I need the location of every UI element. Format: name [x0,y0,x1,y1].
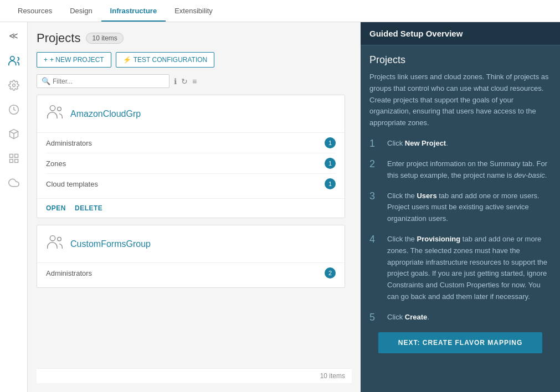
right-panel-description: Projects link users and cloud zones. Thi… [369,71,551,129]
sidebar-icon-chart[interactable] [4,148,24,168]
project-card-2: CustomFormsGroup Administrators 2 [37,225,345,288]
sidebar-icon-box[interactable] [4,124,24,144]
step-text-3: Click the Users tab and add one or more … [387,190,551,225]
templates-count-1: 1 [325,178,336,189]
page-title: Projects [37,31,80,45]
step-num-3: 3 [369,190,381,225]
svg-rect-4 [9,154,13,158]
new-project-button[interactable]: + + NEW PROJECT [37,52,111,68]
card-row-administrators-2: Administrators 2 [46,263,336,283]
card-row-templates-1: Cloud templates 1 [46,174,336,194]
filter-bar: 🔍 ℹ ↻ ≡ [37,74,352,88]
nav-extensibility[interactable]: Extensibility [166,1,222,22]
delete-link-1[interactable]: DELETE [75,204,102,212]
plus-icon: + [44,56,48,64]
sidebar-toggle[interactable]: ≪ [5,27,23,44]
sidebar-icon-gear[interactable] [4,75,24,95]
administrators-count-2: 2 [325,267,336,278]
page-header: Projects 10 items [37,31,352,45]
step-num-1: 1 [369,138,381,149]
search-icon: 🔍 [42,77,50,85]
project-icon-2 [46,233,64,255]
svg-point-1 [12,84,15,87]
toolbar: + + NEW PROJECT ⚡ TEST CONFIGURATION [37,52,352,68]
project-icon-1 [46,103,64,125]
step-2: 2 Enter project information on the Summa… [369,158,551,182]
card-header-1[interactable]: AmazonCloudGrp [37,95,345,132]
right-panel-section-title: Projects [369,54,551,66]
svg-point-10 [50,236,55,241]
filter-wrap: 🔍 [37,74,169,88]
zones-count-1: 1 [325,158,336,169]
card-row-administrators-1: Administrators 1 [46,133,336,153]
card-title-2: CustomFormsGroup [70,239,151,249]
main-layout: ≪ [0,22,560,392]
bottom-status: 10 items [37,368,352,383]
step-3: 3 Click the Users tab and add one or mor… [369,190,551,225]
info-icon[interactable]: ℹ [174,77,177,86]
step-4: 4 Click the Provisioning tab and add one… [369,234,551,303]
svg-rect-5 [14,154,18,158]
step-text-2: Enter project information on the Summary… [387,158,551,182]
step-text-5: Click Create. [387,312,429,323]
card-body-2: Administrators 2 [37,262,345,287]
svg-point-9 [58,107,61,111]
administrators-count-1: 1 [325,137,336,148]
step-num-2: 2 [369,158,381,182]
svg-rect-6 [9,159,13,163]
nav-design[interactable]: Design [61,1,101,22]
right-panel-header: Guided Setup Overview [361,22,560,45]
card-title-1: AmazonCloudGrp [70,109,141,119]
cards-container: AmazonCloudGrp Administrators 1 Zones 1 … [37,95,352,368]
bottom-items-count: 10 items [320,372,345,380]
filter-actions: ℹ ↻ ≡ [174,77,197,86]
open-link-1[interactable]: OPEN [46,204,66,212]
test-config-label: TEST CONFIGURATION [133,56,208,64]
guided-setup-title: Guided Setup Overview [369,29,463,38]
templates-label-1: Cloud templates [46,180,98,188]
sidebar-icon-cloud[interactable] [4,173,24,193]
step-num-5: 5 [369,312,381,323]
card-row-zones-1: Zones 1 [46,153,336,174]
top-nav: Resources Design Infrastructure Extensib… [0,0,560,22]
nav-resources[interactable]: Resources [9,1,61,22]
test-icon: ⚡ [123,56,131,64]
next-button[interactable]: NEXT: CREATE FLAVOR MAPPING [378,332,542,353]
refresh-icon[interactable]: ↻ [181,77,188,86]
svg-rect-7 [14,159,18,163]
step-text-1: Click New Project. [387,138,448,149]
svg-point-8 [50,106,55,111]
content-area: Projects 10 items + + NEW PROJECT ⚡ TEST… [28,22,361,392]
zones-label-1: Zones [46,159,66,168]
step-list: 1 Click New Project. 2 Enter project inf… [369,138,551,323]
nav-infrastructure[interactable]: Infrastructure [101,1,166,22]
card-header-2[interactable]: CustomFormsGroup [37,225,345,262]
card-body-1: Administrators 1 Zones 1 Cloud templates… [37,132,345,198]
project-card-1: AmazonCloudGrp Administrators 1 Zones 1 … [37,95,345,218]
step-text-4: Click the Provisioning tab and add one o… [387,234,551,303]
right-panel-body: Projects Projects link users and cloud z… [361,45,560,371]
sidebar: ≪ [0,22,28,392]
sidebar-icon-clock[interactable] [4,100,24,120]
administrators-label-2: Administrators [46,269,92,277]
items-badge: 10 items [86,33,123,44]
svg-point-0 [10,56,14,60]
sidebar-icon-users[interactable] [4,51,24,71]
step-1: 1 Click New Project. [369,138,551,149]
step-5: 5 Click Create. [369,312,551,323]
right-panel: Guided Setup Overview Projects Projects … [361,22,560,392]
card-footer-1: OPEN DELETE [37,198,345,218]
administrators-label-1: Administrators [46,139,92,147]
svg-point-11 [58,237,61,241]
list-view-icon[interactable]: ≡ [192,77,197,86]
filter-input[interactable] [53,78,165,85]
step-num-4: 4 [369,234,381,303]
new-project-label: + NEW PROJECT [50,56,104,64]
test-configuration-button[interactable]: ⚡ TEST CONFIGURATION [116,52,215,68]
